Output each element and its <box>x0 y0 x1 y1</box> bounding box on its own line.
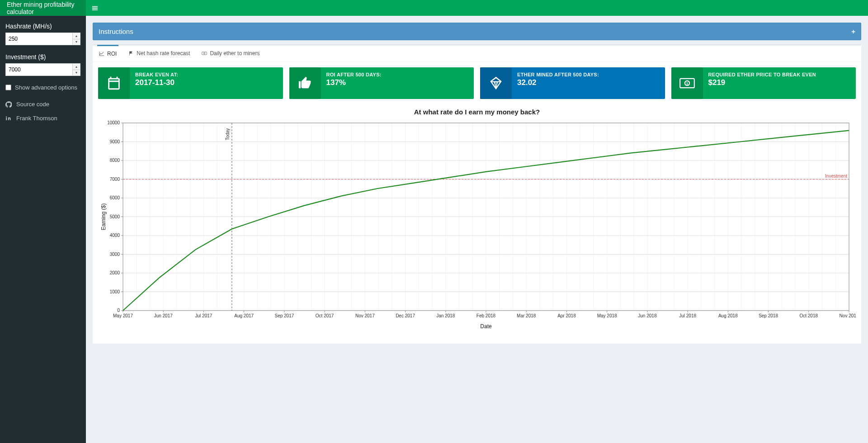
svg-text:Aug 2017: Aug 2017 <box>234 313 254 318</box>
svg-text:May 2017: May 2017 <box>113 313 133 318</box>
card-break-even: BREAK EVEN AT:2017-11-30 <box>98 67 283 99</box>
spinner-up-icon[interactable]: ▲ <box>73 33 80 39</box>
flag-icon <box>128 51 134 56</box>
cash-icon: 1 <box>679 75 695 91</box>
spinner-down-icon[interactable]: ▼ <box>73 70 80 76</box>
svg-text:3000: 3000 <box>110 252 120 257</box>
card-value: 32.02 <box>517 78 660 87</box>
investment-input[interactable] <box>5 63 80 76</box>
hashrate-input[interactable] <box>5 33 80 45</box>
tab-daily[interactable]: Daily ether to miners <box>200 45 261 61</box>
svg-text:Nov 2017: Nov 2017 <box>355 313 375 318</box>
svg-text:Jul 2018: Jul 2018 <box>679 313 696 318</box>
svg-text:Feb 2018: Feb 2018 <box>476 313 496 318</box>
author-link[interactable]: Frank Thomson <box>5 111 80 125</box>
money-icon <box>202 51 207 56</box>
advanced-options-checkbox[interactable] <box>5 85 11 90</box>
card-ether-mined: ETHER MINED AFTER 500 DAYS:32.02 <box>480 67 665 99</box>
sidebar: Hashrate (MH/s) ▲▼ Investment ($) ▲▼ Sho… <box>0 16 86 443</box>
spinner-up-icon[interactable]: ▲ <box>73 64 80 70</box>
svg-text:9000: 9000 <box>110 139 120 144</box>
svg-text:1000: 1000 <box>110 289 120 294</box>
main-content: Instructions + ROI Net hash rate forecas… <box>86 16 868 443</box>
svg-text:10000: 10000 <box>107 120 120 125</box>
chart-title: At what rate do I earn my money back? <box>98 108 856 116</box>
svg-text:7000: 7000 <box>110 177 120 182</box>
roi-panel: ROI Net hash rate forecast Daily ether t… <box>93 45 861 344</box>
card-label: BREAK EVEN AT: <box>135 72 278 77</box>
hashrate-spinner[interactable]: ▲▼ <box>72 33 80 45</box>
svg-text:Jun 2017: Jun 2017 <box>154 313 173 318</box>
advanced-options-label: Show advanced options <box>15 84 77 91</box>
svg-text:Dec 2017: Dec 2017 <box>396 313 415 318</box>
card-label: REQUIRED ETHER PRICE TO BREAK EVEN <box>708 72 851 77</box>
svg-text:Apr 2018: Apr 2018 <box>557 313 576 318</box>
source-code-label: Source code <box>16 101 49 108</box>
hamburger-icon <box>92 5 98 11</box>
svg-text:Earning ($): Earning ($) <box>100 203 107 230</box>
chart-canvas: 0100020003000400050006000700080009000100… <box>98 118 856 331</box>
tab-roi[interactable]: ROI <box>97 45 118 61</box>
svg-text:Aug 2018: Aug 2018 <box>718 313 738 318</box>
investment-label: Investment ($) <box>5 53 80 61</box>
svg-text:Oct 2018: Oct 2018 <box>799 313 818 318</box>
line-chart-icon <box>99 51 104 57</box>
svg-text:Investment: Investment <box>825 174 847 179</box>
source-code-link[interactable]: Source code <box>5 97 80 111</box>
hashrate-label: Hashrate (MH/s) <box>5 23 80 30</box>
app-title: Ether mining profitability calculator <box>0 0 86 16</box>
sidebar-toggle[interactable] <box>86 5 104 11</box>
svg-text:1: 1 <box>686 81 688 85</box>
card-value: 2017-11-30 <box>135 78 278 87</box>
instructions-expand-icon[interactable]: + <box>851 28 855 35</box>
svg-text:4000: 4000 <box>110 233 120 238</box>
tab-daily-label: Daily ether to miners <box>210 50 259 57</box>
svg-text:Date: Date <box>480 323 492 330</box>
diamond-icon <box>488 75 504 91</box>
tab-forecast-label: Net hash rate forecast <box>137 50 190 57</box>
svg-text:0: 0 <box>117 308 120 313</box>
svg-text:8000: 8000 <box>110 158 120 163</box>
tab-roi-label: ROI <box>107 51 117 57</box>
card-label: ROI AFTER 500 DAYS: <box>326 72 469 77</box>
svg-text:Today: Today <box>225 128 230 141</box>
card-value: 137% <box>326 78 469 87</box>
card-label: ETHER MINED AFTER 500 DAYS: <box>517 72 660 77</box>
svg-text:Jun 2018: Jun 2018 <box>638 313 657 318</box>
calendar-icon <box>106 75 122 91</box>
card-required-price: 1 REQUIRED ETHER PRICE TO BREAK EVEN$219 <box>671 67 856 99</box>
spinner-down-icon[interactable]: ▼ <box>73 39 80 45</box>
tab-forecast[interactable]: Net hash rate forecast <box>127 45 192 61</box>
card-value: $219 <box>708 78 851 87</box>
svg-text:6000: 6000 <box>110 195 120 200</box>
svg-text:Jul 2017: Jul 2017 <box>195 313 212 318</box>
svg-text:2000: 2000 <box>110 270 120 275</box>
svg-text:May 2018: May 2018 <box>597 313 617 318</box>
thumbs-up-icon <box>297 75 313 91</box>
svg-text:5000: 5000 <box>110 214 120 219</box>
advanced-options-toggle[interactable]: Show advanced options <box>5 84 80 91</box>
svg-text:Nov 2018: Nov 2018 <box>840 313 856 318</box>
investment-spinner[interactable]: ▲▼ <box>72 64 80 75</box>
svg-rect-0 <box>202 52 207 55</box>
github-icon <box>5 101 12 108</box>
svg-text:Oct 2017: Oct 2017 <box>316 313 334 318</box>
svg-point-1 <box>204 53 205 54</box>
svg-text:Mar 2018: Mar 2018 <box>517 313 536 318</box>
author-label: Frank Thomson <box>16 115 57 122</box>
roi-chart: At what rate do I earn my money back? 01… <box>93 104 861 344</box>
linkedin-icon <box>5 115 12 122</box>
svg-text:Jan 2018: Jan 2018 <box>436 313 455 318</box>
instructions-panel[interactable]: Instructions + <box>93 23 861 40</box>
svg-text:Sep 2017: Sep 2017 <box>274 313 294 318</box>
svg-text:Sep 2018: Sep 2018 <box>759 313 778 318</box>
instructions-title: Instructions <box>99 28 133 35</box>
card-roi: ROI AFTER 500 DAYS:137% <box>289 67 474 99</box>
